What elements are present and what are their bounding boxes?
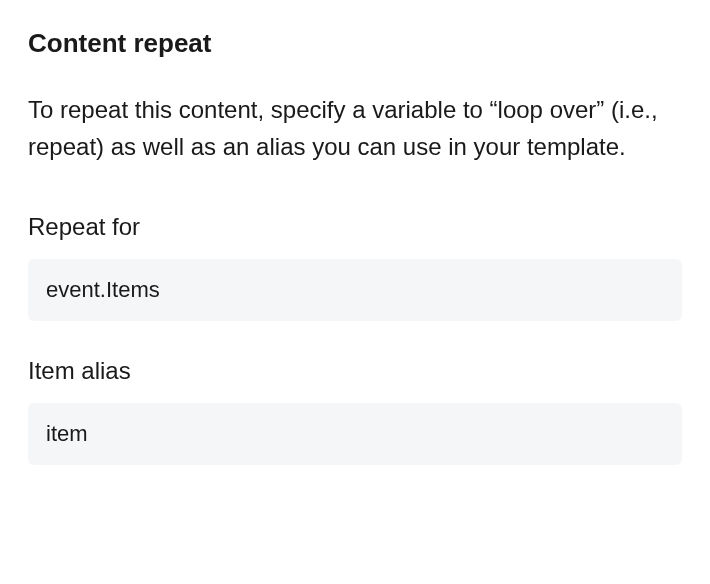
item-alias-input[interactable]: [28, 403, 682, 465]
item-alias-field-group: Item alias: [28, 357, 682, 465]
repeat-for-label: Repeat for: [28, 213, 682, 241]
repeat-for-input[interactable]: [28, 259, 682, 321]
repeat-for-field-group: Repeat for: [28, 213, 682, 321]
section-description: To repeat this content, specify a variab…: [28, 91, 682, 165]
item-alias-label: Item alias: [28, 357, 682, 385]
section-title: Content repeat: [28, 28, 682, 59]
